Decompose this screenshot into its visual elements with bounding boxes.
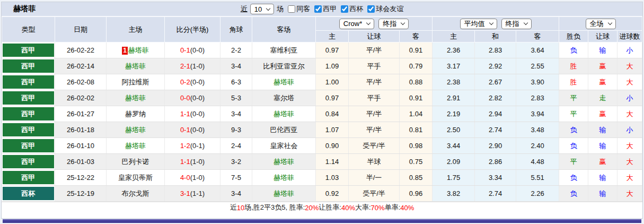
chevron-down-icon (607, 21, 612, 25)
corners-cell: 3-4 (220, 58, 252, 74)
home-team-cell: 赫塔菲 (107, 90, 165, 106)
result-goals: 大 (617, 74, 642, 90)
result-winloss: 胜 (559, 58, 588, 74)
copa-label: 西杯 (349, 4, 363, 14)
footer-gap (2, 213, 642, 218)
average-select[interactable]: 平均值 (460, 19, 497, 29)
average-stage-select[interactable]: 终指 (501, 19, 532, 29)
half-time-score: (0-0) (190, 94, 205, 102)
result-handicap: 输 (588, 122, 617, 138)
odds-home: 1.07 (316, 122, 349, 138)
summary-segment: 10 (237, 204, 244, 212)
odds-handicap: 平手 (349, 90, 400, 106)
bookmaker-select[interactable]: Crow* (339, 19, 374, 29)
away-team-cell: 塞尔塔 (252, 90, 316, 106)
league-badge: 西杯 (3, 187, 55, 200)
avg-home: 2.38 (433, 74, 475, 90)
summary-segment: 大率: (355, 203, 371, 212)
outcome-text: 小 (627, 126, 633, 134)
full-time-score: 1-2 (180, 142, 190, 150)
avg-away: 3.90 (516, 74, 559, 90)
score-cell: 0-1(0-0) (165, 42, 220, 58)
away-team-name: 赫塔菲 (274, 158, 294, 166)
odds-home: 0.92 (316, 186, 349, 202)
outcome-text: 胜 (570, 62, 577, 70)
half-time-score: (1-0) (190, 174, 205, 182)
scope-select[interactable]: 全场 (586, 19, 616, 29)
summary-segment: 70% (371, 204, 385, 212)
result-handicap: 走 (588, 90, 617, 106)
result-goals: 大 (617, 58, 642, 74)
outcome-text: 输 (599, 142, 606, 150)
corners-cell: 9-3 (220, 122, 252, 138)
league-badge: 西甲 (3, 155, 55, 168)
result-winloss: 负 (559, 170, 588, 186)
bookmaker-select-value: Crow* (343, 20, 362, 28)
match-table-body: 西甲26-02-221赫塔菲0-1(0-0)2-2塞维利亚0.97平/半0.91… (2, 42, 642, 202)
avg-away: 4.48 (516, 154, 559, 170)
result-winloss: 负 (559, 138, 588, 154)
corners-cell: 3-2 (220, 154, 252, 170)
laliga-checkbox[interactable] (314, 5, 322, 13)
average-stage-value: 终指 (506, 19, 519, 29)
league-badge: 西甲 (3, 59, 55, 73)
subcol-goals: 进球数 (617, 31, 642, 42)
result-scope-header: 全场 (559, 17, 642, 31)
result-goals: 小 (617, 122, 642, 138)
result-handicap: 输 (588, 170, 617, 186)
match-type-cell: 西甲 (2, 106, 55, 122)
outcome-text: 输 (599, 46, 606, 54)
away-team-name: 赫塔菲 (274, 110, 294, 118)
avg-away: 5.51 (516, 170, 559, 186)
odds-home: 0.84 (316, 106, 349, 122)
outcome-text: 输 (599, 126, 606, 134)
score-cell: 0-0(0-0) (165, 90, 220, 106)
result-handicap: 输 (588, 138, 617, 154)
away-team-cell: 巴伦西亚 (252, 122, 316, 138)
outcome-text: 大 (627, 78, 633, 86)
outcome-text: 赢 (599, 158, 606, 166)
match-date: 26-01-10 (55, 138, 107, 154)
corners-cell: 5-3 (220, 90, 252, 106)
outcome-text: 输 (599, 174, 606, 182)
result-goals: 大 (617, 138, 642, 154)
league-badge: 西甲 (3, 44, 55, 57)
away-team-name: 皇家社会 (270, 142, 298, 150)
outcome-text: 赢 (599, 78, 606, 86)
odds-handicap: 受平/半 (349, 186, 400, 202)
half-time-score: (1-0) (190, 62, 205, 70)
bookmaker-stage-select[interactable]: 终指 (378, 19, 409, 29)
odds-away: 0.91 (400, 42, 433, 58)
full-time-score: 0-1 (180, 46, 190, 54)
odds-away: 0.98 (400, 138, 433, 154)
away-team-name: 巴伦西亚 (270, 126, 298, 134)
score-cell: 1-1(1-0) (165, 154, 220, 170)
recent-link[interactable]: 近 (241, 4, 248, 14)
copa-checkbox[interactable] (341, 5, 348, 13)
full-time-score: 1-1 (180, 158, 190, 166)
outcome-text: 小 (627, 46, 633, 54)
full-time-score: 4-0 (180, 174, 190, 182)
friendly-checkbox[interactable] (367, 5, 375, 13)
subcol-avg-home: 主 (433, 31, 475, 42)
away-team-name: 塞维利亚 (270, 46, 298, 54)
outcome-text: 小 (627, 94, 633, 102)
result-winloss: 平 (559, 154, 588, 170)
subcol-odds-handicap: 让球 (349, 31, 400, 42)
score-cell: 0-2(0-0) (165, 74, 220, 90)
match-row: 西杯25-12-19布尔戈斯3-1(1-1)3-4赫塔菲0.92受平/半0.96… (2, 186, 642, 202)
match-type-cell: 西甲 (2, 170, 55, 186)
outcome-text: 赢 (599, 110, 606, 118)
avg-home: 3.44 (433, 138, 475, 154)
same-away-checkbox[interactable] (288, 5, 295, 13)
result-winloss: 负 (559, 186, 588, 202)
score-cell: 1-1(0-0) (165, 106, 220, 122)
match-date: 26-01-18 (55, 122, 107, 138)
match-row: 西甲26-02-02赫塔菲0-0(0-0)5-3塞尔塔0.97平手0.912.9… (2, 90, 642, 106)
odds-handicap: 平手 (349, 58, 400, 74)
recent-count-select[interactable]: 10 (250, 4, 274, 14)
summary-segment: 单率: (385, 203, 401, 212)
bottom-accent-bar (3, 219, 641, 223)
subcol-winloss: 胜负 (559, 31, 588, 42)
odds-handicap: 平/半 (349, 42, 400, 58)
